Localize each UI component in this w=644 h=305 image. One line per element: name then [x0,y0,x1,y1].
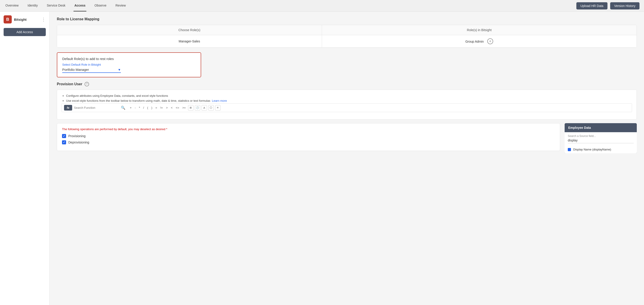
clock-icon[interactable]: 🕐 [195,105,200,111]
op-not-equals[interactable]: != [160,106,164,110]
deprovisioning-row: ✓ Deprovisioning [62,140,555,144]
nav-identity[interactable]: Identity [26,0,38,12]
role-mapping-card: Choose Role(s) Role(s) in Bitsight Manag… [57,25,637,48]
employee-list: Display Name (displayName) [565,146,637,154]
chevron-down-icon: ▼ [118,68,121,72]
fx-label: fx [64,105,72,111]
deprovisioning-checkbox[interactable]: ✓ [62,140,66,144]
role-select-value: Portfolio Manager [62,68,118,72]
employee-item-text: Display Name (displayName) [573,148,611,151]
learn-more-link[interactable]: Learn more [212,99,227,102]
search-function-input[interactable] [74,106,119,109]
default-role-box: Default Role(s) to add to rest roles Sel… [57,52,201,77]
op-minus[interactable]: - [134,106,137,110]
employee-search-label: Search a Source field... [568,134,634,138]
checkmark-icon: ✓ [63,141,65,144]
provision-header: Provision User ? [57,82,637,86]
op-greater[interactable]: > [165,106,169,110]
col-header-bitsight: Role(s) in Bitsight [322,25,636,35]
provision-bullet-2: Use excel-style functions from the toolb… [66,98,632,103]
brand-name: Bitsight [14,18,41,22]
op-divide[interactable]: / [142,106,145,110]
help-icon[interactable]: ? [84,82,89,86]
main-content: Role to License Mapping Choose Role(s) R… [50,12,644,305]
add-row-button[interactable]: + [487,38,493,44]
employee-search-area: Search a Source field... [565,132,637,146]
sidebar-brand: B Bitsight ⋮ [4,15,46,24]
op-less[interactable]: < [170,106,174,110]
brand-logo: B [4,15,12,24]
default-role-title: Default Role(s) to add to rest roles [62,57,196,61]
formula-bar: fx 🔍 + - * / ( ) = != > < <= [62,103,632,112]
search-icon[interactable]: 🔍 [121,106,125,110]
op-open-paren[interactable]: ( [146,106,149,110]
table-row: Manager-Sales Group Admin + [57,35,636,48]
sidebar: B Bitsight ⋮ Add Access [0,12,50,305]
brand-menu-icon[interactable]: ⋮ [41,17,46,22]
op-plus[interactable]: + [129,106,132,110]
info-icon[interactable]: ⓘ [208,105,214,111]
role-select[interactable]: Portfolio Manager ▼ [62,68,121,73]
role-mapping-table: Choose Role(s) Role(s) in Bitsight Manag… [57,25,636,48]
provisioning-label: Provisioning [68,134,86,138]
font-icon[interactable]: A [202,105,207,111]
nav-review[interactable]: Review [114,0,127,12]
employee-search-input[interactable] [568,139,634,143]
op-close-paren[interactable]: ) [150,106,153,110]
default-role-label: Select Default Role in Bitsight [62,63,196,66]
provision-title: Provision User [57,82,82,86]
operations-panel: The following operations are performed b… [57,123,560,154]
nav-actions: Upload HR Data Version History [576,2,640,10]
provision-bullet-1: Configure attributes using Employee Data… [66,93,632,98]
provision-section: Provision User ? Configure attributes us… [57,82,637,154]
operations-desc: The following operations are performed b… [62,127,555,131]
version-history-button[interactable]: Version History [610,2,640,10]
employee-data-header: Employee Data [565,123,637,132]
deprovisioning-label: Deprovisioning [68,141,89,144]
bitsight-role-cell: Group Admin + [322,35,636,48]
col-header-roles: Choose Role(s) [57,25,322,35]
op-equals[interactable]: = [154,106,158,110]
nav-overview[interactable]: Overview [4,0,20,12]
op-gte[interactable]: >= [182,106,187,110]
nav-observe[interactable]: Observe [94,0,107,12]
add-access-button[interactable]: Add Access [4,28,46,36]
field-icon [568,148,571,151]
provision-bullets: Configure attributes using Employee Data… [62,93,632,103]
employee-data-box: Employee Data Search a Source field... D… [565,123,637,154]
sparkle-icon[interactable]: ✳ [215,105,220,111]
asterisk: * [166,127,167,131]
nav-access[interactable]: Access [74,0,86,12]
op-multiply[interactable]: * [138,106,141,110]
list-item[interactable]: Display Name (displayName) [565,146,637,154]
provision-info-box: Configure attributes using Employee Data… [57,90,637,120]
checkmark-icon: ✓ [63,134,65,138]
grid-icon[interactable]: ⊞ [188,105,194,111]
role-cell: Manager-Sales [57,35,322,48]
role-mapping-title: Role to License Mapping [57,17,637,21]
nav-links: Overview Identity Service Desk Access Ob… [4,0,127,12]
app-layout: B Bitsight ⋮ Add Access Role to License … [0,12,644,305]
employee-panel: Employee Data Search a Source field... D… [565,123,637,154]
top-nav: Overview Identity Service Desk Access Ob… [0,0,644,12]
operations-box: The following operations are performed b… [57,123,560,151]
op-lte[interactable]: <= [175,106,180,110]
provisioning-row: ✓ Provisioning [62,134,555,138]
formula-operators: + - * / ( ) = != > < <= >= ⊞ 🕐 [129,105,220,111]
nav-service-desk[interactable]: Service Desk [46,0,66,12]
provisioning-checkbox[interactable]: ✓ [62,134,66,138]
upload-hr-data-button[interactable]: Upload HR Data [576,2,608,10]
lower-section: The following operations are performed b… [57,123,637,154]
